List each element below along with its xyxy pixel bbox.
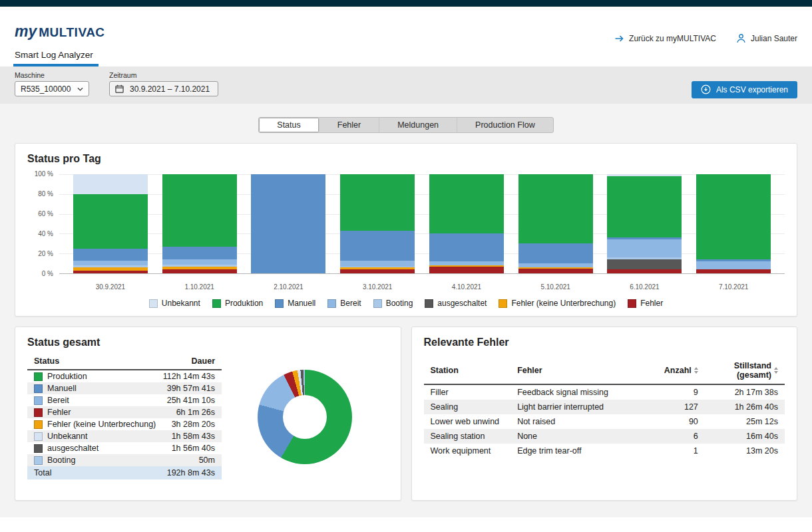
page: myMULTIVAC Zurück zu myMULTIVAC Julian S… [0,0,812,532]
x-label: 4.10.2021 [422,283,511,291]
arrow-right-icon [614,35,624,43]
status-cell: Fehler [34,408,71,417]
segment-fehler [340,269,415,273]
period-filter-group: Zeitraum 30.9.2021 – 7.10.2021 [109,71,218,96]
y-tick-label: 0 % [42,271,53,277]
legend-swatch [373,299,382,308]
error-cell: Light barrier interrupted [517,402,653,412]
downtime-cell: 1h 26m 40s [698,402,778,412]
status-cell: Manuell [34,384,77,393]
view-tab-meldungen[interactable]: Meldungen [379,118,457,132]
legend-swatch [275,299,284,308]
station-cell: Lower web unwind [431,417,518,426]
legend-produktion: Produktion [212,299,263,308]
error-cell: Edge trim tear-off [517,446,653,456]
period-date-input[interactable]: 30.9.2021 – 7.10.2021 [109,81,218,96]
downtime-cell: 13m 20s [698,446,778,456]
status-color-chip [34,372,43,381]
error-row: Lower web unwindNot raised9025m 12s [424,414,785,429]
back-to-mymultivac-link[interactable]: Zurück zu myMULTIVAC [614,34,716,43]
segment-ausgeschaltet [607,259,682,269]
chevron-down-icon [77,87,83,91]
total-value: 192h 8m 43s [167,468,215,477]
y-tick-label: 80 % [38,191,53,198]
error-cell: Feedback signal missing [517,388,653,397]
bar-stack [429,174,504,273]
status-row: Produktion112h 14m 43s [27,370,222,382]
bar-3.10.2021 [333,174,422,273]
status-cell: Booting [34,456,75,465]
bar-stack [73,174,148,273]
downtime-cell: 25m 12s [698,417,778,426]
count-cell: 6 [653,432,698,441]
status-donut-chart [258,370,352,464]
x-label: 6.10.2021 [600,283,690,291]
status-per-day-title: Status pro Tag [27,153,785,165]
sort-anzahl[interactable]: Anzahl [664,366,698,375]
legend-label: Produktion [225,299,263,308]
status-color-chip [34,384,43,393]
status-label: Bereit [47,396,69,405]
duration-cell: 112h 14m 43s [163,372,215,381]
status-row: Fehler (keine Unterbrechung)3h 28m 20s [27,418,222,430]
segment-fehler [162,269,237,273]
bar-stack [251,174,325,273]
status-total-content: Status Dauer Produktion112h 14m 43sManue… [27,354,389,479]
download-icon [701,84,711,94]
status-color-chip [34,432,43,441]
segment-fehler [73,271,148,273]
status-row: ausgeschaltet1h 56m 40s [27,442,222,454]
x-label: 7.10.2021 [689,283,778,291]
status-color-chip [34,408,43,417]
legend-swatch [499,299,507,308]
status-row: Manuell39h 57m 41s [27,382,222,394]
col-stillstand-label: Stillstand (gesamt) [698,361,771,380]
legend-ausgeschaltet: ausgeschaltet [425,299,487,308]
legend-label: ausgeschaltet [437,299,487,308]
user-name: Julian Sauter [751,34,797,43]
status-total-row: Total 192h 8m 43s [27,466,222,479]
legend-label: Fehler [640,299,663,308]
view-tab-status[interactable]: Status [259,118,319,132]
logo-brand: MULTIVAC [39,25,104,39]
legend-label: Fehler (keine Unterbrechung) [511,299,616,308]
legend-swatch [425,299,433,308]
status-label: Produktion [47,372,87,381]
segment-manuell [518,243,593,263]
segment-produktion [73,194,148,249]
app-tab-label: Smart Log Analyzer [15,50,93,60]
y-tick-label: 100 % [35,171,53,178]
bar-stack [518,174,593,273]
col-anzahl-label: Anzahl [664,366,692,375]
total-label: Total [34,468,51,477]
station-cell: Filler [431,388,518,397]
segment-produktion [607,176,682,237]
col-status: Status [34,356,59,366]
view-tab-production-flow[interactable]: Production Flow [457,118,553,132]
bar-5.10.2021 [511,174,600,273]
header-actions: Zurück zu myMULTIVAC Julian Sauter [614,33,797,43]
user-menu[interactable]: Julian Sauter [736,33,797,43]
segment-bereit [340,261,415,267]
legend-unbekannt: Unbekannt [149,299,200,308]
status-cell: Bereit [34,396,69,405]
status-color-chip [34,420,43,429]
machine-label: Maschine [15,71,89,79]
filter-bar: Maschine R535_100000 Zeitraum 30.9.2021 … [0,66,812,104]
count-cell: 9 [653,388,698,397]
sort-stillstand[interactable]: Stillstand (gesamt) [698,361,778,380]
col-fehler: Fehler [517,366,653,375]
legend-label: Manuell [288,299,315,308]
relevant-errors-rows: FillerFeedback signal missing92h 17m 38s… [424,385,785,458]
tab-smart-log-analyzer[interactable]: Smart Log Analyzer [15,50,99,66]
legend-swatch [149,299,158,308]
station-cell: Sealing station [431,432,518,441]
view-tab-fehler[interactable]: Fehler [319,118,379,132]
legend-swatch [628,299,636,308]
status-row: Booting50m [27,454,222,466]
export-csv-button[interactable]: Als CSV exportieren [692,81,797,98]
duration-cell: 6h 1m 26s [176,408,215,417]
main-content: StatusFehlerMeldungenProduction Flow Sta… [0,104,812,517]
bar-stack [696,174,771,273]
machine-select[interactable]: R535_100000 [15,81,89,96]
